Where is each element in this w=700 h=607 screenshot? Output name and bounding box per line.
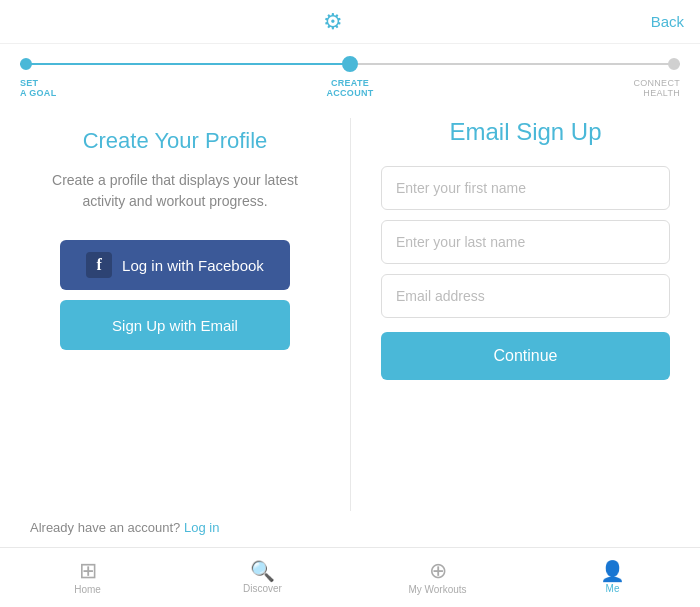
create-profile-description: Create a profile that displays your late…	[30, 170, 320, 212]
facebook-button-label: Log in with Facebook	[122, 257, 264, 274]
login-link[interactable]: Log in	[184, 520, 219, 535]
workouts-label: My Workouts	[408, 584, 466, 595]
step-label-1: SETA GOAL	[20, 78, 240, 98]
home-icon: ⊞	[79, 560, 97, 582]
progress-section: SETA GOAL CREATEACCOUNT CONNECTHEALTH	[0, 44, 700, 98]
home-label: Home	[74, 584, 101, 595]
nav-item-workouts[interactable]: ⊕ My Workouts	[350, 560, 525, 595]
email-signup-button[interactable]: Sign Up with Email	[60, 300, 290, 350]
progress-labels: SETA GOAL CREATEACCOUNT CONNECTHEALTH	[20, 78, 680, 98]
discover-icon: 🔍	[250, 561, 275, 581]
email-signup-title: Email Sign Up	[449, 118, 601, 146]
header: ⚙ Back	[0, 0, 700, 44]
nav-item-discover[interactable]: 🔍 Discover	[175, 561, 350, 594]
settings-icon[interactable]: ⚙	[323, 9, 343, 35]
right-panel: Email Sign Up Continue	[351, 98, 700, 531]
me-label: Me	[606, 583, 620, 594]
last-name-input[interactable]	[381, 220, 670, 264]
create-profile-title: Create Your Profile	[83, 128, 268, 154]
me-icon: 👤	[600, 561, 625, 581]
discover-label: Discover	[243, 583, 282, 594]
main-content: Create Your Profile Create a profile tha…	[0, 98, 700, 531]
nav-item-home[interactable]: ⊞ Home	[0, 560, 175, 595]
nav-item-me[interactable]: 👤 Me	[525, 561, 700, 594]
progress-track	[20, 54, 680, 74]
facebook-icon: f	[86, 252, 112, 278]
step-dot-2	[342, 56, 358, 72]
back-button[interactable]: Back	[651, 13, 684, 30]
step-label-3: CONNECTHEALTH	[460, 78, 680, 98]
progress-steps	[20, 56, 680, 72]
workouts-icon: ⊕	[429, 560, 447, 582]
email-input[interactable]	[381, 274, 670, 318]
step-dot-1	[20, 58, 32, 70]
left-panel: Create Your Profile Create a profile tha…	[0, 98, 350, 531]
already-account-section: Already have an account? Log in	[30, 520, 219, 535]
step-dot-3	[668, 58, 680, 70]
continue-button[interactable]: Continue	[381, 332, 670, 380]
step-label-2: CREATEACCOUNT	[240, 78, 460, 98]
first-name-input[interactable]	[381, 166, 670, 210]
already-account-text: Already have an account?	[30, 520, 180, 535]
email-button-label: Sign Up with Email	[112, 317, 238, 334]
facebook-login-button[interactable]: f Log in with Facebook	[60, 240, 290, 290]
bottom-navigation: ⊞ Home 🔍 Discover ⊕ My Workouts 👤 Me	[0, 547, 700, 607]
